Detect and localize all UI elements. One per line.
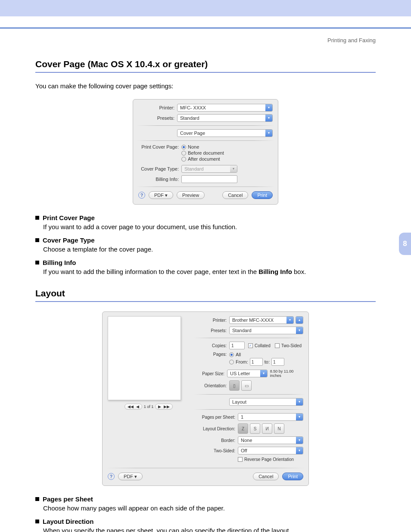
cover-page-type-label: Cover Page Type: [138,166,181,171]
help-button[interactable]: ? [108,473,115,480]
collated-label: Collated [255,343,271,348]
radio-none[interactable]: None [181,144,224,149]
pdf-button[interactable]: PDF ▾ [118,473,143,480]
layout-dir-2-button[interactable]: S [250,423,260,434]
radio-dot-icon [181,157,186,162]
pager-text: 1 of 1 [144,404,154,409]
layout-dir-1-button[interactable]: Z [238,423,248,434]
bullet-pages-per-sheet: Pages per Sheet Choose how many pages wi… [35,495,376,512]
border-select[interactable]: None▾ [238,436,303,444]
to-input[interactable]: 1 [271,358,284,366]
last-page-icon: ▶▶ [164,404,170,409]
printer-select[interactable]: Brother MFC-XXXX▾ [229,316,294,324]
dropdown-arrow-icon: ▾ [265,115,272,121]
bullet-cover-page-type: Cover Page Type Choose a template for th… [35,236,376,253]
dropdown-arrow-icon: ▾ [296,398,303,405]
collated-checkbox[interactable] [248,343,253,348]
bullet-title: Pages per Sheet [43,495,93,503]
paper-size-select[interactable]: US Letter▾ [227,370,268,377]
printer-label: Printer: [138,105,177,110]
divider [194,394,305,395]
billing-info-label: Billing Info: [138,177,181,182]
presets-value: Standard [232,328,296,333]
layout-dir-4-button[interactable]: N [274,423,284,434]
radio-none-label: None [188,144,199,149]
reverse-orientation-checkbox[interactable] [238,457,243,462]
layout-dir-icon: S [254,426,257,431]
pane-value: Layout [232,399,296,404]
disclosure-button[interactable]: ▴ [296,316,303,324]
page-preview [108,316,181,400]
first-page-icon: ◀◀ [128,404,134,409]
billing-info-input[interactable] [181,175,237,183]
layout-dir-3-button[interactable]: И [262,423,272,434]
bullet-print-cover-page: Print Cover Page If you want to add a co… [35,214,376,230]
bullet-desc: Choose a template for the cover page. [43,246,376,253]
help-button[interactable]: ? [138,192,145,199]
page-pager: ◀◀◀ 1 of 1 ▶▶▶ [125,404,173,410]
divider [137,140,274,141]
pages-label: Pages: [196,352,229,357]
presets-select[interactable]: Standard▾ [229,327,303,334]
pager-prev-group[interactable]: ◀◀◀ [125,404,142,410]
square-bullet-icon [35,216,39,220]
paper-size-dims: 8.50 by 11.00 inches [270,369,303,378]
divider [194,409,305,410]
square-bullet-icon [35,261,39,264]
two-sided-label: Two-Sided: [196,448,238,453]
printer-label: Printer: [196,318,229,323]
radio-dot-icon [229,352,234,357]
pdf-button[interactable]: PDF ▾ [149,191,173,199]
print-dialog-layout: ◀◀◀ 1 of 1 ▶▶▶ Printer: Brother MFC-XXXX… [102,311,309,486]
top-band [0,0,411,16]
pane-select[interactable]: Cover Page ▾ [177,129,273,137]
top-rule [0,28,411,28]
chapter-tab: 8 [399,233,411,255]
portrait-icon: ▯ [233,383,236,388]
two-sided-select[interactable]: Off▾ [238,447,303,454]
reverse-orientation-label: Reverse Page Orientation [244,457,294,462]
pager-next-group[interactable]: ▶▶▶ [155,404,173,410]
copies-input[interactable]: 1 [229,342,245,349]
two-sided-checkbox[interactable] [275,343,280,348]
square-bullet-icon [35,520,39,523]
divider [137,125,274,126]
landscape-icon: ▭ [245,383,249,388]
orientation-portrait-button[interactable]: ▯ [229,380,240,391]
from-input[interactable]: 1 [250,358,263,366]
cancel-button[interactable]: Cancel [222,191,248,199]
paper-size-value: US Letter [230,371,260,376]
pages-per-sheet-select[interactable]: 1▾ [238,413,303,421]
radio-dot-icon [229,360,234,364]
radio-pages-all[interactable]: All [229,352,284,357]
prev-page-icon: ◀ [136,404,139,409]
radio-after-label: After document [188,156,220,162]
radio-after[interactable]: After document [181,156,224,162]
orientation-landscape-button[interactable]: ▭ [241,380,252,391]
printer-select[interactable]: MFC- XXXX ▾ [177,104,273,112]
bullet-desc: If you want to add a cover page to your … [43,223,376,230]
section-title-layout: Layout [35,288,376,302]
pane-value: Cover Page [180,131,265,136]
pane-select[interactable]: Layout▾ [229,398,303,406]
print-dialog-cover-page: Printer: MFC- XXXX ▾ Presets: Standard ▾… [133,99,278,205]
printer-value: MFC- XXXX [180,105,265,110]
print-button[interactable]: Print [252,191,273,199]
dropdown-arrow-icon: ▾ [265,130,272,137]
preview-button[interactable]: Preview [177,191,205,199]
bullet-desc: If you want to add the billing informati… [43,268,376,275]
print-button[interactable]: Print [282,473,303,480]
cancel-button[interactable]: Cancel [253,473,279,480]
radio-before[interactable]: Before document [181,150,224,156]
bullet-billing-info: Billing Info If you want to add the bill… [35,259,376,275]
cover-page-type-select: Standard ▾ [181,165,237,173]
presets-select[interactable]: Standard ▾ [177,114,273,122]
from-label: From: [236,359,248,364]
bullet-title: Layout Direction [43,518,93,525]
square-bullet-icon [35,238,39,242]
pages-per-sheet-label: Pages per Sheet: [196,415,238,420]
bullet-title: Billing Info [43,259,76,266]
divider [106,468,305,468]
radio-pages-from[interactable]: From: 1 to: 1 [229,358,284,366]
dropdown-arrow-icon: ▾ [260,370,267,377]
